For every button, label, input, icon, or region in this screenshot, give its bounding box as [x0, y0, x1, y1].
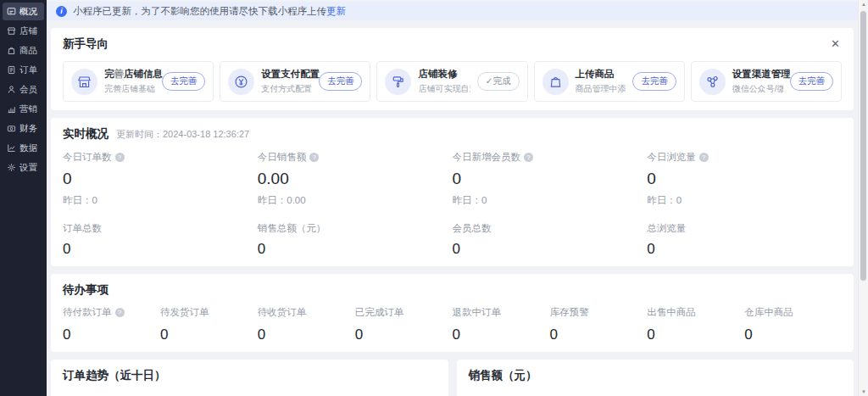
scroll-up-icon[interactable]: ▲	[859, 2, 868, 7]
updated-time: 更新时间：2024-03-18 12:36:27	[116, 128, 249, 141]
stat-yesterday: 昨日：0	[453, 194, 648, 207]
settings-icon	[7, 163, 16, 172]
guide-card-payment: 设置支付配置 支付方式配置(支付宝/微信) 去完善	[220, 61, 370, 102]
sidebar-item-shop[interactable]: 店铺	[3, 22, 44, 40]
card-title: 店铺装修	[418, 68, 470, 81]
stat-total-label: 会员总数	[453, 222, 648, 235]
card-desc: 完善店铺基础信息等	[104, 83, 155, 95]
todo-value: 0	[744, 326, 842, 343]
stat-value: 0	[453, 170, 648, 188]
sales-chart-panel: 销售额（元） 1 0.8 0.6 0.4	[457, 360, 854, 396]
update-link[interactable]: 更新	[326, 6, 346, 16]
sidebar-item-label: 订单	[19, 64, 37, 76]
card-desc: 商品管理中添加商品上传	[576, 83, 626, 95]
sidebar-item-marketing[interactable]: 营销	[3, 100, 44, 118]
go-complete-button[interactable]: 去完善	[632, 72, 676, 91]
todo-pending-shipment: 待发货订单 0	[160, 306, 258, 343]
stat-total-value: 0	[453, 241, 648, 258]
help-icon[interactable]: ?	[309, 153, 319, 162]
sidebar-item-label: 会员	[19, 84, 37, 96]
sidebar-item-settings[interactable]: 设置	[3, 159, 44, 176]
todo-pending-payment: 待付款订单? 0	[63, 306, 160, 343]
todo-value: 0	[63, 326, 160, 343]
shop-icon	[7, 26, 16, 36]
card-title: 完善店铺信息	[104, 68, 155, 81]
todo-stock-warning: 库存预警 0	[549, 306, 647, 343]
marketing-icon	[7, 104, 16, 114]
stat-value: 0.00	[258, 170, 453, 188]
stat-today-orders: 今日订单数? 0 昨日：0 订单总数 0	[63, 151, 258, 258]
go-complete-button[interactable]: 去完善	[162, 72, 206, 91]
order-icon	[7, 65, 16, 75]
todo-title: 待办事项	[63, 282, 842, 298]
sidebar-item-label: 营销	[19, 103, 37, 115]
scroll-down-icon[interactable]: ▼	[859, 389, 868, 394]
sales-chart: 1 0.8 0.6 0.4	[469, 393, 843, 396]
card-title: 设置渠道管理	[732, 68, 783, 81]
main-content: i 小程序已更新，为了不影响您的使用请尽快下载小程序上传更新 新手导向 ✕ 完善…	[47, 0, 858, 396]
sidebar-item-label: 设置	[19, 162, 37, 174]
stat-today-sales: 今日销售额? 0.00 昨日：0.00 销售总额（元） 0	[258, 151, 453, 258]
help-icon[interactable]: ?	[115, 153, 125, 162]
paint-roller-icon	[385, 69, 411, 95]
help-icon[interactable]: ?	[699, 153, 709, 162]
go-complete-button[interactable]: 去完善	[790, 72, 834, 91]
guide-card-channel: 设置渠道管理 微信公众号/微信小程序 去完善	[691, 61, 842, 102]
member-icon	[7, 85, 16, 94]
stat-today-views: 今日浏览量? 0 昨日：0 总浏览量 0	[647, 151, 842, 258]
sidebar-item-label: 财务	[19, 123, 37, 135]
help-icon[interactable]: ?	[524, 153, 533, 162]
sidebar-item-member[interactable]: 会员	[3, 81, 44, 98]
newbie-guide-panel: 新手导向 ✕ 完善店铺信息 完善店铺基础信息等 去完善	[51, 28, 854, 110]
card-desc: 支付方式配置(支付宝/微信)	[261, 83, 312, 95]
todo-pending-receipt: 待收货订单 0	[258, 306, 355, 343]
help-icon[interactable]: ?	[115, 308, 125, 317]
sidebar-item-finance[interactable]: 财务	[3, 120, 44, 137]
todo-items: 待付款订单? 0 待发货订单 0 待收货订单 0 已完成订单 0 退款中订单	[63, 306, 842, 343]
close-icon[interactable]: ✕	[829, 36, 842, 51]
stat-total-label: 订单总数	[63, 222, 258, 235]
stat-total-label: 总浏览量	[647, 222, 842, 235]
share-nodes-icon	[699, 69, 726, 95]
todo-value: 0	[647, 326, 744, 343]
charts-row: 订单趋势（近十日） 1 0.8 0.6 0.4	[51, 360, 854, 396]
realtime-stats: 今日订单数? 0 昨日：0 订单总数 0 今日销售额? 0.00 昨日：0.00…	[63, 151, 842, 258]
stat-yesterday: 昨日：0	[647, 194, 842, 207]
guide-card-decorate: 店铺装修 店铺可实现自定义模板装修 ✓完成	[376, 61, 527, 102]
stat-total-label: 销售总额（元）	[258, 222, 453, 235]
guide-cards: 完善店铺信息 完善店铺基础信息等 去完善 设置支付配置 支付方式配置(支付宝/微…	[63, 61, 842, 102]
notice-text: 小程序已更新，为了不影响您的使用请尽快下载小程序上传更新	[73, 5, 346, 18]
go-complete-button[interactable]: 去完善	[319, 72, 363, 91]
todo-value: 0	[355, 326, 453, 343]
stat-total-value: 0	[63, 241, 258, 258]
sidebar-item-goods[interactable]: 商品	[3, 42, 44, 59]
sidebar-item-label: 概况	[19, 6, 37, 18]
yen-pay-icon	[228, 69, 254, 95]
check-icon: ✓	[486, 75, 493, 86]
order-trend-chart-panel: 订单趋势（近十日） 1 0.8 0.6 0.4	[51, 360, 448, 396]
finance-icon	[7, 124, 16, 133]
sidebar-item-data[interactable]: 数据	[3, 139, 44, 157]
guide-card-shop-info: 完善店铺信息 完善店铺基础信息等 去完善	[63, 61, 214, 102]
content-area: 新手导向 ✕ 完善店铺信息 完善店铺基础信息等 去完善	[47, 20, 858, 396]
sidebar-item-label: 商品	[19, 45, 37, 57]
sidebar-item-order[interactable]: 订单	[3, 61, 44, 79]
guide-title: 新手导向	[63, 36, 108, 52]
vertical-scrollbar[interactable]: ▲ ▼	[858, 0, 868, 396]
stat-today-new-members: 今日新增会员数? 0 昨日：0 会员总数 0	[453, 151, 648, 258]
todo-refunding-orders: 退款中订单 0	[453, 306, 550, 343]
card-title: 设置支付配置	[261, 68, 312, 81]
goods-icon	[7, 46, 16, 55]
storefront-icon	[71, 69, 97, 95]
scrollbar-thumb[interactable]	[860, 11, 866, 281]
sidebar-item-label: 数据	[19, 142, 37, 154]
shopping-bag-icon	[542, 69, 569, 95]
todo-value: 0	[160, 326, 258, 343]
todo-value: 0	[549, 326, 647, 343]
todo-warehouse-goods: 仓库中商品 0	[744, 306, 842, 343]
stat-value: 0	[647, 170, 842, 188]
card-desc: 微信公众号/微信小程序	[732, 83, 783, 95]
sidebar-item-overview[interactable]: 概况	[3, 3, 44, 20]
sales-chart-title: 销售额（元）	[469, 368, 843, 383]
card-title: 上传商品	[576, 68, 626, 81]
